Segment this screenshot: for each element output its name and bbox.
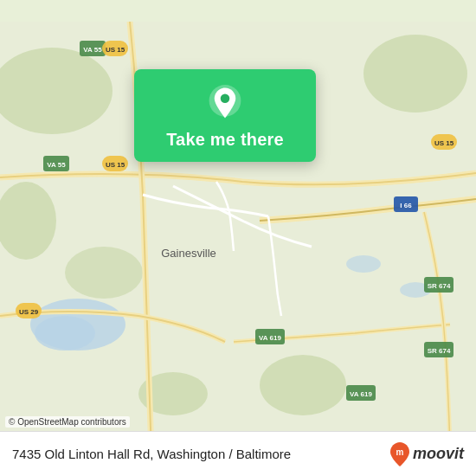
moovit-logo: m moovit <box>390 442 464 466</box>
svg-text:Gainesville: Gainesville <box>161 247 216 260</box>
svg-point-7 <box>260 355 346 415</box>
bottom-bar: 7435 Old Linton Hall Rd, Washington / Ba… <box>0 431 476 476</box>
map-container: VA 55 US 15 US 15 VA 55 US 15 I 66 US 29… <box>0 0 476 476</box>
svg-text:US 15: US 15 <box>106 46 125 54</box>
svg-text:US 29: US 29 <box>19 308 39 316</box>
address-label: 7435 Old Linton Hall Rd, Washington / Ba… <box>12 447 291 461</box>
moovit-wordmark: moovit <box>413 445 464 463</box>
svg-text:VA 55: VA 55 <box>47 161 66 169</box>
take-me-there-button[interactable]: Take me there <box>166 130 284 150</box>
svg-text:SR 674: SR 674 <box>428 347 451 355</box>
svg-text:I 66: I 66 <box>400 202 412 209</box>
location-pin-icon <box>207 85 243 121</box>
svg-text:m: m <box>396 447 404 457</box>
svg-point-36 <box>221 94 230 104</box>
svg-point-6 <box>363 35 467 113</box>
svg-text:US 15: US 15 <box>106 161 125 169</box>
svg-point-3 <box>346 255 381 273</box>
svg-text:VA 619: VA 619 <box>350 390 372 398</box>
svg-text:SR 674: SR 674 <box>428 282 451 290</box>
svg-text:VA 619: VA 619 <box>259 334 281 342</box>
svg-point-9 <box>65 247 143 299</box>
map-attribution: © OpenStreetMap contributors <box>5 416 130 428</box>
location-card: Take me there <box>134 69 316 162</box>
svg-text:US 15: US 15 <box>434 139 454 147</box>
svg-point-2 <box>35 316 95 351</box>
moovit-pin-icon: m <box>390 442 409 466</box>
svg-text:VA 55: VA 55 <box>83 46 102 54</box>
